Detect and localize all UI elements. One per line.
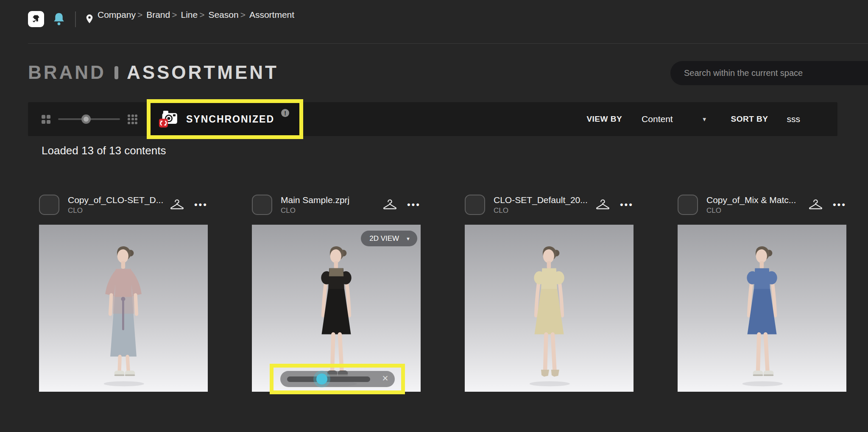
zoom-slider-highlight-annotation: ✕: [270, 364, 405, 394]
zoom-slider[interactable]: ✕: [280, 371, 395, 387]
caret-down-icon: ▼: [406, 236, 410, 241]
breadcrumb-separator: >: [172, 10, 177, 20]
view-by-select[interactable]: Content ▼: [642, 114, 707, 124]
page-title-space: BRAND: [28, 62, 106, 83]
card-checkbox[interactable]: [39, 195, 59, 215]
card-subtitle: CLO: [68, 206, 163, 215]
breadcrumb-separator: >: [137, 10, 142, 20]
sync-status-label: SYNCHRONIZED: [186, 114, 274, 125]
card-header: CLO-SET_Default_20... CLO •••: [465, 194, 634, 216]
info-exclamation-icon[interactable]: !: [281, 109, 289, 117]
knee-dress: [747, 268, 777, 372]
title-separator-bar: [114, 66, 118, 79]
content-card-grid: Copy_of_CLO-SET_D... CLO •••: [39, 194, 846, 392]
sync-arrows-badge: [159, 119, 168, 128]
breadcrumb-item-assortment[interactable]: Assortment: [249, 10, 294, 20]
long-dress: [105, 269, 142, 373]
search-bar: [670, 61, 868, 85]
card-title[interactable]: Main Sample.zprj: [281, 195, 349, 205]
sneakers: [114, 371, 135, 376]
zoom-slider-track[interactable]: [287, 376, 370, 382]
card-title[interactable]: CLO-SET_Default_20...: [494, 195, 588, 205]
card-actions: •••: [596, 199, 634, 210]
breadcrumb-item-line[interactable]: Line: [181, 10, 198, 20]
breadcrumb-item-company[interactable]: Company: [98, 10, 136, 20]
card-thumbnail[interactable]: 2D VIEW ▼ ✕: [252, 225, 421, 392]
breadcrumb-item-season[interactable]: Season: [208, 10, 238, 20]
card-header: Main Sample.zprj CLO •••: [252, 194, 421, 216]
shirt-check-glyph: [31, 14, 42, 25]
caret-down-icon: ▼: [702, 116, 707, 123]
content-card[interactable]: Copy_of_Mix & Matc... CLO •••: [678, 194, 846, 392]
page-title: BRAND ASSORTMENT: [28, 62, 279, 83]
thumbnail-size-slider[interactable]: [58, 114, 120, 124]
card-meta: Main Sample.zprj CLO: [281, 195, 349, 215]
topbar-rule: [28, 43, 868, 44]
card-meta: Copy_of_Mix & Matc... CLO: [706, 195, 796, 215]
card-title[interactable]: Copy_of_CLO-SET_D...: [68, 195, 163, 205]
zoom-slider-thumb[interactable]: [316, 373, 327, 385]
card-actions: •••: [170, 199, 208, 210]
top-navigation-bar: Company>Brand>Line>Season>Assortment: [0, 0, 868, 30]
synchronized-highlight-annotation: SYNCHRONIZED !: [147, 99, 303, 139]
avatar-3d-render: [73, 238, 174, 390]
breadcrumb-item-brand[interactable]: Brand: [146, 10, 170, 20]
card-subtitle: CLO: [281, 206, 349, 215]
view-by-label: VIEW BY: [586, 114, 622, 124]
breadcrumb-separator: >: [199, 10, 204, 20]
card-title[interactable]: Copy_of_Mix & Matc...: [706, 195, 796, 205]
view-sort-controls: VIEW BY Content ▼ SORT BY sss: [586, 114, 837, 124]
card-thumbnail[interactable]: [39, 225, 208, 392]
view-by-value: Content: [642, 114, 673, 124]
card-header: Copy_of_CLO-SET_D... CLO •••: [39, 194, 208, 216]
grid-2x2-icon[interactable]: [42, 115, 50, 124]
location-pin-icon: [85, 13, 94, 25]
card-subtitle: CLO: [706, 206, 796, 215]
card-subtitle: CLO: [494, 206, 588, 215]
hanger-icon[interactable]: [170, 199, 184, 210]
card-thumbnail[interactable]: [465, 225, 634, 392]
app-window: Company>Brand>Line>Season>Assortment BRA…: [0, 0, 868, 432]
hanger-icon[interactable]: [596, 199, 610, 210]
sneakers: [753, 371, 774, 376]
card-actions: •••: [383, 199, 421, 210]
content-card[interactable]: Main Sample.zprj CLO •••: [252, 194, 421, 392]
sort-by-value[interactable]: sss: [787, 114, 801, 124]
snapshot-camera-icon: [158, 110, 179, 128]
card-checkbox[interactable]: [252, 195, 272, 215]
hanger-icon[interactable]: [383, 199, 397, 210]
avatar-3d-render: [712, 238, 812, 390]
content-card[interactable]: CLO-SET_Default_20... CLO •••: [465, 194, 634, 392]
search-input[interactable]: [670, 68, 868, 78]
breadcrumb-separator: >: [240, 10, 246, 20]
loaded-status-text: Loaded 13 of 13 contents: [42, 144, 166, 157]
sort-by-label: SORT BY: [731, 114, 768, 124]
knee-dress: [534, 268, 564, 372]
grid-3x3-icon[interactable]: [128, 114, 137, 124]
2d-view-label: 2D VIEW: [369, 234, 399, 243]
garment-check-logo-icon[interactable]: [28, 11, 44, 27]
breadcrumb: Company>Brand>Line>Season>Assortment: [98, 0, 296, 30]
hanger-icon[interactable]: [809, 199, 823, 210]
card-thumbnail[interactable]: [678, 225, 846, 392]
card-actions: •••: [809, 199, 846, 210]
card-meta: CLO-SET_Default_20... CLO: [494, 195, 588, 215]
close-icon[interactable]: ✕: [382, 373, 389, 383]
content-card[interactable]: Copy_of_CLO-SET_D... CLO •••: [39, 194, 208, 392]
notification-bell-icon[interactable]: [53, 12, 65, 26]
knee-dress: [321, 268, 351, 372]
topbar-divider: [75, 11, 76, 27]
card-checkbox[interactable]: [465, 195, 485, 215]
2d-view-button[interactable]: 2D VIEW ▼: [361, 231, 417, 246]
thumbnail-slider-thumb[interactable]: [81, 114, 91, 124]
avatar-3d-render: [499, 238, 600, 390]
high-heels: [541, 370, 559, 377]
page-title-section: ASSORTMENT: [127, 62, 279, 83]
card-header: Copy_of_Mix & Matc... CLO •••: [678, 194, 846, 216]
card-checkbox[interactable]: [678, 195, 698, 215]
card-meta: Copy_of_CLO-SET_D... CLO: [68, 195, 163, 215]
content-toolbar: SYNCHRONIZED ! VIEW BY Content ▼ SORT BY…: [28, 102, 837, 136]
